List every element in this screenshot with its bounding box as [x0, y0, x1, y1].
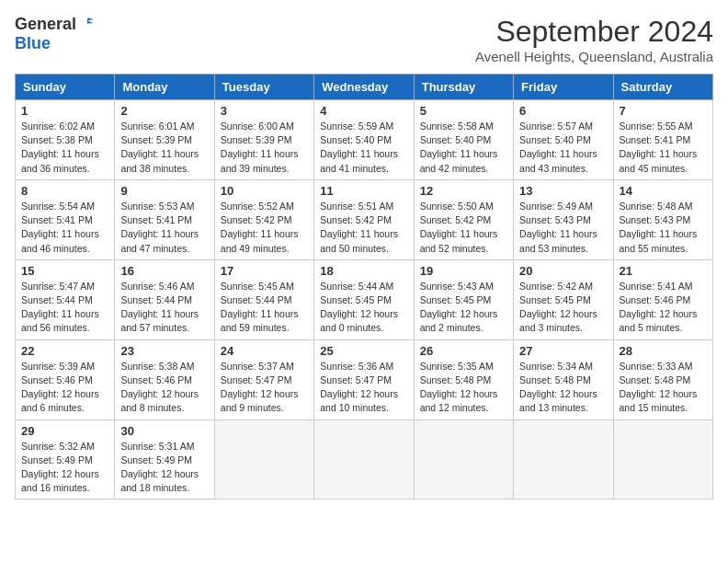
day-number: 12: [420, 184, 507, 198]
calendar-day-cell: 8Sunrise: 5:54 AMSunset: 5:41 PMDaylight…: [16, 179, 115, 259]
day-info: Sunrise: 5:41 AMSunset: 5:46 PMDaylight:…: [620, 280, 707, 336]
day-info: Sunrise: 5:53 AMSunset: 5:41 PMDaylight:…: [120, 200, 208, 256]
day-info: Sunrise: 6:01 AMSunset: 5:39 PMDaylight:…: [120, 120, 208, 176]
day-of-week-header: Thursday: [414, 75, 513, 100]
calendar-day-cell: 20Sunrise: 5:42 AMSunset: 5:45 PMDayligh…: [514, 259, 613, 339]
day-number: 18: [320, 264, 407, 278]
day-info: Sunrise: 5:34 AMSunset: 5:48 PMDaylight:…: [519, 360, 607, 416]
day-of-week-header: Monday: [115, 75, 214, 100]
day-info: Sunrise: 5:42 AMSunset: 5:45 PMDaylight:…: [519, 280, 607, 336]
calendar-day-cell: 13Sunrise: 5:49 AMSunset: 5:43 PMDayligh…: [514, 179, 613, 259]
day-info: Sunrise: 5:37 AMSunset: 5:47 PMDaylight:…: [221, 360, 308, 416]
day-number: 1: [21, 104, 108, 118]
day-info: Sunrise: 5:54 AMSunset: 5:41 PMDaylight:…: [21, 200, 108, 256]
calendar-day-cell: 14Sunrise: 5:48 AMSunset: 5:43 PMDayligh…: [613, 179, 712, 259]
logo-bird-icon: [78, 16, 97, 34]
calendar-day-cell: 25Sunrise: 5:36 AMSunset: 5:47 PMDayligh…: [314, 339, 414, 419]
day-info: Sunrise: 5:49 AMSunset: 5:43 PMDaylight:…: [519, 200, 607, 256]
calendar-day-cell: 1Sunrise: 6:02 AMSunset: 5:38 PMDaylight…: [16, 100, 115, 180]
day-number: 13: [519, 184, 607, 198]
day-info: Sunrise: 5:59 AMSunset: 5:40 PMDaylight:…: [320, 120, 407, 176]
calendar-day-cell: 4Sunrise: 5:59 AMSunset: 5:40 PMDaylight…: [314, 100, 414, 180]
calendar-day-cell: 9Sunrise: 5:53 AMSunset: 5:41 PMDaylight…: [115, 179, 214, 259]
calendar-day-cell: 2Sunrise: 6:01 AMSunset: 5:39 PMDaylight…: [115, 100, 214, 180]
day-info: Sunrise: 5:38 AMSunset: 5:46 PMDaylight:…: [120, 360, 208, 416]
calendar-day-cell: 30Sunrise: 5:31 AMSunset: 5:49 PMDayligh…: [115, 419, 214, 500]
calendar-day-cell: 12Sunrise: 5:50 AMSunset: 5:42 PMDayligh…: [414, 179, 513, 259]
calendar-day-cell: 15Sunrise: 5:47 AMSunset: 5:44 PMDayligh…: [16, 259, 115, 339]
day-of-week-header: Friday: [514, 75, 613, 100]
day-number: 22: [21, 344, 108, 358]
calendar-week-row: 8Sunrise: 5:54 AMSunset: 5:41 PMDaylight…: [16, 179, 713, 259]
day-number: 5: [420, 104, 507, 118]
day-number: 15: [21, 264, 108, 278]
calendar-day-cell: 10Sunrise: 5:52 AMSunset: 5:42 PMDayligh…: [214, 179, 313, 259]
calendar-day-cell: [214, 419, 313, 500]
day-info: Sunrise: 5:47 AMSunset: 5:44 PMDaylight:…: [21, 280, 108, 336]
calendar-day-cell: 5Sunrise: 5:58 AMSunset: 5:40 PMDaylight…: [414, 100, 513, 180]
calendar-day-cell: [514, 419, 613, 500]
day-of-week-header: Tuesday: [214, 75, 313, 100]
day-info: Sunrise: 5:32 AMSunset: 5:49 PMDaylight:…: [21, 440, 108, 496]
day-number: 27: [519, 344, 607, 358]
calendar-day-cell: 16Sunrise: 5:46 AMSunset: 5:44 PMDayligh…: [115, 259, 214, 339]
day-number: 8: [21, 184, 108, 198]
calendar-day-cell: [613, 419, 712, 500]
day-info: Sunrise: 5:52 AMSunset: 5:42 PMDaylight:…: [221, 200, 308, 256]
day-info: Sunrise: 5:51 AMSunset: 5:42 PMDaylight:…: [320, 200, 407, 256]
calendar-week-row: 1Sunrise: 6:02 AMSunset: 5:38 PMDaylight…: [16, 100, 713, 180]
day-number: 3: [221, 104, 308, 118]
day-number: 10: [221, 184, 308, 198]
day-of-week-header: Sunday: [16, 75, 115, 100]
calendar-day-cell: 23Sunrise: 5:38 AMSunset: 5:46 PMDayligh…: [115, 339, 214, 419]
location: Avenell Heights, Queensland, Australia: [475, 49, 713, 64]
logo-general: General: [15, 15, 76, 34]
calendar-day-cell: 19Sunrise: 5:43 AMSunset: 5:45 PMDayligh…: [414, 259, 513, 339]
day-info: Sunrise: 5:57 AMSunset: 5:40 PMDaylight:…: [519, 120, 607, 176]
calendar-day-cell: 18Sunrise: 5:44 AMSunset: 5:45 PMDayligh…: [314, 259, 414, 339]
day-info: Sunrise: 5:35 AMSunset: 5:48 PMDaylight:…: [420, 360, 507, 416]
calendar-header-row: SundayMondayTuesdayWednesdayThursdayFrid…: [16, 75, 713, 100]
title-section: September 2024 Avenell Heights, Queensla…: [475, 15, 713, 64]
day-number: 9: [120, 184, 208, 198]
day-number: 19: [420, 264, 507, 278]
calendar-day-cell: 27Sunrise: 5:34 AMSunset: 5:48 PMDayligh…: [514, 339, 613, 419]
calendar-day-cell: 24Sunrise: 5:37 AMSunset: 5:47 PMDayligh…: [214, 339, 313, 419]
day-info: Sunrise: 5:48 AMSunset: 5:43 PMDaylight:…: [620, 200, 707, 256]
logo-blue: Blue: [15, 34, 51, 53]
day-number: 14: [620, 184, 707, 198]
calendar-table: SundayMondayTuesdayWednesdayThursdayFrid…: [15, 74, 713, 500]
calendar-day-cell: [314, 419, 414, 500]
day-number: 6: [519, 104, 607, 118]
calendar-week-row: 15Sunrise: 5:47 AMSunset: 5:44 PMDayligh…: [16, 259, 713, 339]
page-header: General Blue September 2024 Avenell Heig…: [15, 15, 713, 64]
day-number: 17: [221, 264, 308, 278]
calendar-day-cell: 29Sunrise: 5:32 AMSunset: 5:49 PMDayligh…: [16, 419, 115, 500]
day-number: 30: [120, 424, 208, 438]
day-of-week-header: Saturday: [613, 75, 712, 100]
day-number: 28: [620, 344, 707, 358]
day-info: Sunrise: 5:58 AMSunset: 5:40 PMDaylight:…: [420, 120, 507, 176]
month-title: September 2024: [475, 15, 713, 49]
day-number: 2: [120, 104, 208, 118]
calendar-day-cell: 11Sunrise: 5:51 AMSunset: 5:42 PMDayligh…: [314, 179, 414, 259]
day-number: 21: [620, 264, 707, 278]
calendar-week-row: 22Sunrise: 5:39 AMSunset: 5:46 PMDayligh…: [16, 339, 713, 419]
day-number: 23: [120, 344, 208, 358]
calendar-day-cell: 28Sunrise: 5:33 AMSunset: 5:48 PMDayligh…: [613, 339, 712, 419]
day-info: Sunrise: 5:33 AMSunset: 5:48 PMDaylight:…: [620, 360, 707, 416]
day-number: 11: [320, 184, 407, 198]
day-info: Sunrise: 5:31 AMSunset: 5:49 PMDaylight:…: [120, 440, 208, 496]
calendar-day-cell: [414, 419, 513, 500]
calendar-day-cell: 17Sunrise: 5:45 AMSunset: 5:44 PMDayligh…: [214, 259, 313, 339]
calendar-day-cell: 21Sunrise: 5:41 AMSunset: 5:46 PMDayligh…: [613, 259, 712, 339]
logo: General Blue: [15, 15, 97, 53]
day-info: Sunrise: 5:50 AMSunset: 5:42 PMDaylight:…: [420, 200, 507, 256]
day-info: Sunrise: 5:44 AMSunset: 5:45 PMDaylight:…: [320, 280, 407, 336]
day-info: Sunrise: 5:46 AMSunset: 5:44 PMDaylight:…: [120, 280, 208, 336]
calendar-day-cell: 7Sunrise: 5:55 AMSunset: 5:41 PMDaylight…: [613, 100, 712, 180]
calendar-day-cell: 6Sunrise: 5:57 AMSunset: 5:40 PMDaylight…: [514, 100, 613, 180]
day-info: Sunrise: 5:36 AMSunset: 5:47 PMDaylight:…: [320, 360, 407, 416]
calendar-day-cell: 26Sunrise: 5:35 AMSunset: 5:48 PMDayligh…: [414, 339, 513, 419]
day-info: Sunrise: 5:43 AMSunset: 5:45 PMDaylight:…: [420, 280, 507, 336]
